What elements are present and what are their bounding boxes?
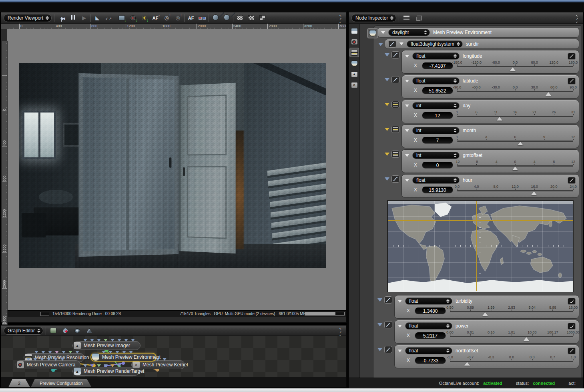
slider-track[interactable] — [457, 141, 573, 142]
node-pin-icon[interactable] — [377, 348, 382, 351]
pick-white-balance-button[interactable]: ◎ — [173, 14, 183, 22]
graph-editor-panel-selector[interactable]: Graph Editor — [4, 327, 43, 335]
input-type-button[interactable] — [388, 40, 396, 48]
slider-handle-icon[interactable] — [518, 142, 523, 145]
restart-render-button[interactable] — [57, 14, 66, 22]
param-type-dropdown[interactable]: int — [412, 127, 460, 134]
node-input-pin-icon[interactable] — [108, 351, 112, 354]
node-mesh-preview-environment[interactable]: Mesh Preview Environment — [90, 353, 157, 362]
rendered-image[interactable] — [19, 63, 326, 268]
viewport-expand-icon[interactable]: ↖ ↗↙ ↘ — [337, 14, 344, 21]
node-input-pin-icon[interactable] — [83, 339, 87, 342]
lens-left-button[interactable] — [211, 14, 220, 22]
slider-track[interactable] — [450, 336, 573, 337]
slider-handle-icon[interactable] — [482, 312, 488, 316]
node-input-pin-icon[interactable] — [34, 351, 38, 354]
collapse-arrow-icon[interactable] — [405, 105, 409, 107]
slider-track[interactable] — [457, 116, 573, 117]
collapse-arrow-icon[interactable] — [398, 300, 402, 303]
param-slider[interactable]: 0.04.08.012.016.020.024.0 — [457, 185, 573, 195]
node-input-pin-icon[interactable] — [62, 351, 66, 354]
param-slider[interactable]: -90.0-60.0-30.00.030.060.090.0 — [457, 85, 573, 96]
slider-track[interactable] — [450, 311, 573, 312]
input-type-button[interactable] — [384, 296, 392, 304]
graph-editor-expand-icon[interactable]: ↖ ↗↙ ↘ — [337, 328, 344, 334]
node-input-pin-icon[interactable] — [48, 351, 52, 354]
rendertarget-node-icon[interactable] — [350, 26, 359, 35]
response-curve-button[interactable] — [568, 177, 576, 184]
slider-handle-icon[interactable] — [531, 191, 537, 195]
lens-right-button[interactable] — [222, 14, 231, 22]
input-type-button[interactable] — [384, 321, 392, 328]
node-input-pin-icon[interactable] — [90, 339, 94, 342]
node-input-pin-icon[interactable] — [55, 351, 59, 354]
param-type-dropdown[interactable]: float — [405, 298, 452, 305]
resume-render-button[interactable]: ▶ — [79, 14, 89, 22]
collapse-arrow-icon[interactable] — [405, 179, 409, 182]
node-input-pin-icon[interactable] — [60, 358, 64, 361]
environment-node-icon[interactable] — [367, 28, 378, 38]
tab-preview-configuration[interactable]: Preview Configuration — [31, 379, 92, 387]
fit-viewport-button[interactable] — [104, 14, 113, 22]
collapse-arrow-icon[interactable] — [405, 129, 409, 132]
slider-handle-icon[interactable] — [510, 67, 516, 71]
param-type-dropdown[interactable]: float — [405, 322, 452, 330]
node-input-pin-icon[interactable] — [102, 351, 106, 354]
param-slider[interactable]: 161116212631 — [457, 110, 573, 121]
tab-2[interactable]: 2 — [8, 379, 30, 387]
value-field[interactable]: 5.2117 — [415, 332, 446, 339]
collapse-arrow-icon[interactable] — [399, 42, 403, 45]
node-input-pin-icon[interactable] — [33, 358, 37, 361]
region-render-button[interactable]: ◣ — [92, 14, 102, 22]
param-slider[interactable]: -180.0-120.0-60.00.060.0120.0180.0 — [457, 60, 573, 71]
node-pin-icon[interactable] — [385, 153, 389, 156]
node-input-pin-icon[interactable] — [110, 339, 114, 342]
node-type-dropdown[interactable]: daylight — [388, 29, 430, 36]
input-type-button[interactable] — [391, 126, 399, 133]
node-input-pin-icon[interactable] — [163, 358, 167, 361]
node-graph-canvas[interactable]: ▲ Mesh Preview Imager Mesh Preview Resol… — [1, 336, 346, 378]
node-input-pin-icon[interactable] — [75, 351, 79, 354]
node-input-pin-icon[interactable] — [129, 351, 133, 354]
node-input-pin-icon[interactable] — [104, 339, 108, 342]
param-slider[interactable]: -12-8-404812 — [457, 160, 573, 170]
node-input-pin-icon[interactable] — [117, 364, 121, 367]
param-type-dropdown[interactable]: float — [405, 347, 452, 354]
param-type-dropdown[interactable]: float — [412, 177, 460, 184]
response-curve-button[interactable] — [568, 78, 576, 84]
param-type-dropdown[interactable]: float — [412, 77, 460, 84]
collapse-arrow-icon[interactable] — [381, 31, 385, 34]
node-mesh-preview-kernel[interactable]: × Mesh Preview Kernel — [131, 360, 185, 369]
slider-handle-icon[interactable] — [524, 337, 529, 341]
response-curve-button[interactable] — [568, 323, 576, 330]
node-pin-icon[interactable] — [385, 78, 389, 81]
autofocus-tag-button[interactable]: AF — [151, 14, 160, 22]
param-slider[interactable]: 136912 — [457, 135, 573, 145]
sun-position-button[interactable]: ☀↓ — [139, 14, 149, 22]
layout-split-button[interactable] — [401, 14, 411, 22]
pick-focus-button[interactable]: ◎ — [162, 14, 171, 22]
slider-handle-icon[interactable] — [546, 92, 551, 96]
value-field[interactable]: 15.9130 — [422, 187, 453, 193]
render-region-box[interactable] — [40, 312, 49, 316]
node-mesh-preview-rendertarget[interactable]: ▲ Mesh Preview RenderTarget — [72, 367, 140, 376]
alpha-checker-medium-button[interactable] — [246, 14, 256, 22]
node-input-pin-icon[interactable] — [68, 351, 72, 354]
viewport-panel-selector[interactable]: Render Viewport — [4, 14, 52, 22]
resolution-node-icon[interactable] — [350, 48, 359, 57]
sun-longitude-line[interactable] — [476, 201, 477, 291]
node-mesh-preview-imager[interactable]: ▲ Mesh Preview Imager — [72, 341, 140, 350]
show-rendertargets-button[interactable] — [48, 326, 58, 335]
node-mesh-preview-camera[interactable]: Mesh Preview Camera — [16, 360, 80, 369]
node-pin-icon[interactable] — [377, 298, 382, 302]
node-input-pin-icon[interactable] — [122, 351, 126, 354]
alpha-checker-fine-button[interactable] — [235, 14, 245, 22]
node-inspector-expand-icon[interactable]: ↖ ↗↙ ↘ — [574, 14, 580, 21]
collapse-arrow-icon[interactable] — [398, 350, 402, 352]
node-inspector-panel-selector[interactable]: Node Inspector — [351, 14, 396, 22]
viewport-canvas[interactable]: 154/16000 Rendering Done - 00:08:28 7154… — [7, 29, 346, 317]
param-type-dropdown[interactable]: int — [412, 102, 460, 109]
collapse-arrow-icon[interactable] — [405, 154, 409, 157]
value-field[interactable]: -0.7233 — [415, 357, 446, 364]
param-type-dropdown[interactable]: float — [412, 52, 460, 60]
